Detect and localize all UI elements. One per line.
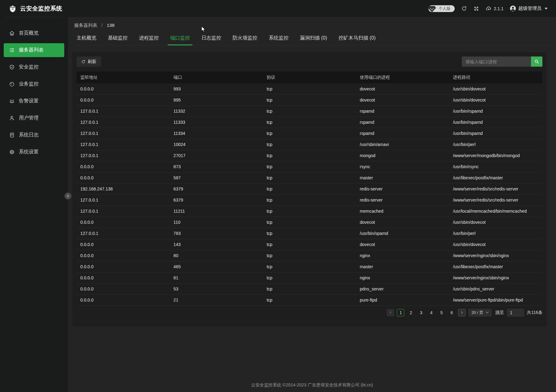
sidebar-item-business-monitor[interactable]: 业务监控 — [4, 77, 64, 91]
cell-process_path: /usr/bin/perl — [449, 228, 542, 239]
jump-page-input[interactable] — [507, 309, 524, 317]
refresh-button[interactable]: 刷新 — [77, 56, 101, 67]
log-icon — [9, 132, 15, 138]
avatar-icon — [510, 6, 516, 11]
sidebar-item-server-list[interactable]: 服务器列表 — [4, 43, 64, 57]
total-count-label: 共116条 — [527, 310, 542, 315]
cell-process: rspamd — [356, 128, 449, 139]
cell-process_path: /www/server/nginx/sbin/nginx — [449, 250, 542, 261]
sidebar-collapse-button[interactable] — [65, 193, 71, 199]
cell-protocol: tcp — [263, 261, 356, 272]
cell-process: pure-ftpd — [356, 294, 449, 306]
cell-port: 10024 — [170, 139, 263, 150]
cell-protocol: tcp — [263, 239, 356, 250]
page-button-2[interactable]: 2 — [407, 309, 415, 316]
cell-process_path: /usr/local/memcached/bin/memcached — [449, 206, 542, 217]
user-menu[interactable]: 超级管理员 — [510, 6, 548, 11]
cell-process: nginx — [356, 272, 449, 283]
sidebar-item-label: 安全监控 — [19, 64, 39, 70]
cell-port: 783 — [170, 228, 263, 239]
fullscreen-icon[interactable] — [474, 6, 479, 11]
tab-port-monitor[interactable]: 端口监控 — [170, 32, 190, 45]
cell-listen_address: 0.0.0.0 — [77, 250, 170, 261]
cell-process_path: /usr/sbin/pdns_server — [449, 283, 542, 294]
tab-basic-monitor[interactable]: 基础监控 — [108, 32, 128, 45]
page-button-6[interactable]: 6 — [448, 309, 455, 316]
sidebar-item-system-settings[interactable]: 系统设置 — [4, 145, 64, 159]
pagination: 123456 20 / 页 跳至 共116条 — [77, 309, 542, 317]
cell-protocol: tcp — [263, 83, 356, 94]
cloud-download-icon — [486, 6, 492, 12]
cell-port: 995 — [170, 94, 263, 106]
page-button-5[interactable]: 5 — [438, 309, 445, 316]
column-header-process: 使用端口的进程 — [356, 72, 449, 83]
version-label: 2.1.1 — [494, 6, 503, 11]
next-page-button[interactable] — [458, 309, 465, 316]
cell-process: dovecot — [356, 217, 449, 228]
cell-port: 873 — [170, 161, 263, 172]
page-button-3[interactable]: 3 — [417, 309, 425, 316]
cell-process_path: /usr/bin/rspamd — [449, 106, 542, 117]
breadcrumb: 服务器列表 / 138 — [68, 17, 556, 29]
table-row: 127.0.0.111334tcprspamd/usr/bin/rspamd — [77, 128, 542, 139]
search-input[interactable] — [462, 56, 531, 67]
cell-process: dovecot — [356, 83, 449, 94]
port-table: 监听地址端口协议使用端口的进程进程路径 0.0.0.0993tcpdovecot… — [77, 72, 542, 306]
cell-protocol: tcp — [263, 228, 356, 239]
cell-listen_address: 0.0.0.0 — [77, 272, 170, 283]
cell-port: 11332 — [170, 106, 263, 117]
sidebar-item-system-logs[interactable]: 系统日志 — [4, 128, 64, 142]
tab-process-monitor[interactable]: 进程监控 — [139, 32, 159, 45]
tab-log-monitor[interactable]: 日志监控 — [201, 32, 221, 45]
edition-badge[interactable]: 个人版 — [428, 5, 455, 12]
table-row: 127.0.0.127017tcpmongod/www/server/mongo… — [77, 150, 542, 161]
cell-listen_address: 127.0.0.1 — [77, 128, 170, 139]
sidebar-item-label: 用户管理 — [19, 115, 39, 121]
version-group[interactable]: 2.1.1 — [486, 6, 503, 12]
cell-listen_address: 127.0.0.1 — [77, 206, 170, 217]
cell-process: dovecot — [356, 239, 449, 250]
cell-process: pdns_server — [356, 283, 449, 294]
content-card: 刷新 监听地址端口协议使用端口的进程进程路径 0.0.0.0993tcpdove… — [72, 52, 547, 327]
breadcrumb-section[interactable]: 服务器列表 — [74, 23, 97, 28]
cell-listen_address: 127.0.0.1 — [77, 117, 170, 128]
cell-process: rsync — [356, 161, 449, 172]
cell-listen_address: 0.0.0.0 — [77, 83, 170, 94]
search-button[interactable] — [531, 56, 542, 67]
sidebar-item-alert-settings[interactable]: 告警设置 — [4, 94, 64, 108]
cell-listen_address: 127.0.0.1 — [77, 150, 170, 161]
breadcrumb-current: 138 — [107, 23, 115, 28]
cell-listen_address: 0.0.0.0 — [77, 217, 170, 228]
refresh-icon[interactable] — [461, 6, 467, 11]
cell-port: 587 — [170, 172, 263, 183]
page-size-select[interactable]: 20 / 页 — [468, 309, 491, 317]
footer: 云安全监控系统 ©2014-2023 广东堡塔安全技术有限公司 (bt.cn) — [68, 382, 556, 388]
page-button-1[interactable]: 1 — [397, 309, 404, 316]
page-button-4[interactable]: 4 — [428, 309, 435, 316]
cell-process_path: /usr/bin/perl — [449, 139, 542, 150]
cell-listen_address: 0.0.0.0 — [77, 239, 170, 250]
tab-vuln-scan[interactable]: 漏洞扫描 (0) — [300, 32, 327, 45]
sidebar-item-home-overview[interactable]: 首页概览 — [4, 26, 64, 40]
tab-miner-trojan-scan[interactable]: 挖矿木马扫描 (0) — [339, 32, 376, 45]
cell-protocol: tcp — [263, 172, 356, 183]
tab-host-overview[interactable]: 主机概览 — [77, 32, 96, 45]
table-row: 0.0.0.0587tcpmaster/usr/libexec/postfix/… — [77, 172, 542, 183]
cell-process: memcached — [356, 206, 449, 217]
previous-page-button[interactable] — [387, 309, 394, 316]
table-row: 127.0.0.1783tcp/usr/bin/spamd/usr/bin/pe… — [77, 228, 542, 239]
cell-process: master — [356, 261, 449, 272]
sidebar-item-label: 告警设置 — [19, 98, 39, 104]
tab-system-monitor[interactable]: 系统监控 — [269, 32, 289, 45]
table-row: 0.0.0.053tcppdns_server/usr/sbin/pdns_se… — [77, 283, 542, 294]
tab-firewall-monitor[interactable]: 防火墙监控 — [233, 32, 257, 45]
main-area: 个人版 2.1.1 — [68, 0, 556, 392]
sidebar-item-security-monitor[interactable]: 安全监控 — [4, 60, 64, 74]
gem-icon — [428, 5, 436, 13]
cell-port: 53 — [170, 283, 263, 294]
sidebar-item-user-management[interactable]: 用户管理 — [4, 111, 64, 125]
cell-process_path: /usr/sbin/dovecot — [449, 239, 542, 250]
cell-process: rspamd — [356, 106, 449, 117]
cell-protocol: tcp — [263, 150, 356, 161]
sidebar-item-label: 业务监控 — [19, 81, 39, 87]
